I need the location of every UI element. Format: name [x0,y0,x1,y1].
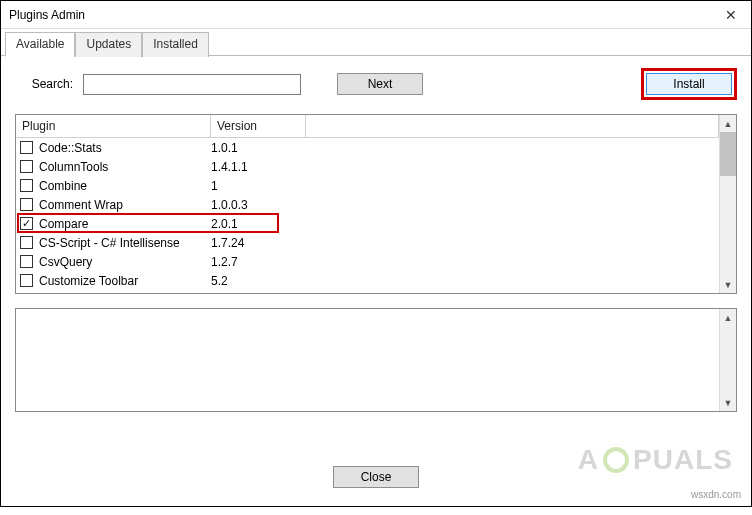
attribution-text: wsxdn.com [691,489,741,500]
plugin-version: 5.2 [211,274,228,288]
install-button[interactable]: Install [646,73,732,95]
plugin-name: Combine [39,179,211,193]
table-row[interactable]: Comment Wrap1.0.0.3 [16,195,719,214]
scroll-thumb[interactable] [720,132,736,176]
tab-available[interactable]: Available [5,32,75,57]
table-row[interactable]: CsvQuery1.2.7 [16,252,719,271]
plugin-name: ColumnTools [39,160,211,174]
col-spacer [306,115,719,138]
plugin-version: 2.0.1 [211,217,238,231]
search-label: Search: [15,77,75,91]
plugin-checkbox[interactable] [20,198,33,211]
close-button[interactable]: Close [333,466,419,488]
table-row[interactable]: CS-Script - C# Intellisense1.7.24 [16,233,719,252]
plugin-name: Code::Stats [39,141,211,155]
plugin-checkbox[interactable] [20,236,33,249]
plugin-name: Customize Toolbar [39,274,211,288]
plugin-checkbox[interactable] [20,160,33,173]
desc-scroll-up-icon[interactable]: ▲ [720,309,736,326]
list-scrollbar[interactable]: ▲ ▼ [719,115,736,293]
plugin-checkbox[interactable] [20,217,33,230]
description-box: ▲ ▼ [15,308,737,412]
plugin-name: CsvQuery [39,255,211,269]
table-row[interactable]: Compare2.0.1 [16,214,719,233]
plugin-checkbox[interactable] [20,274,33,287]
col-version[interactable]: Version [211,115,306,138]
table-row[interactable]: Customize Toolbar5.2 [16,271,719,290]
list-rows: Code::Stats1.0.1ColumnTools1.4.1.1Combin… [16,138,719,290]
plugins-admin-window: Plugins Admin ✕ Available Updates Instal… [0,0,752,507]
footer: Close [1,466,751,488]
close-icon[interactable]: ✕ [711,2,751,28]
scroll-down-icon[interactable]: ▼ [720,276,736,293]
install-highlight: Install [641,68,737,100]
desc-scroll-spacer [720,326,736,394]
scroll-up-icon[interactable]: ▲ [720,115,736,132]
plugin-version: 1.4.1.1 [211,160,248,174]
plugin-version: 1.0.0.3 [211,198,248,212]
plugin-name: Compare [39,217,211,231]
list-header: Plugin Version [16,115,719,138]
col-plugin[interactable]: Plugin [16,115,211,138]
titlebar: Plugins Admin ✕ [1,1,751,29]
window-title: Plugins Admin [9,8,85,22]
plugin-checkbox[interactable] [20,255,33,268]
table-row[interactable]: Code::Stats1.0.1 [16,138,719,157]
search-input[interactable] [83,74,301,95]
plugin-version: 1.0.1 [211,141,238,155]
plugin-checkbox[interactable] [20,141,33,154]
plugin-version: 1.2.7 [211,255,238,269]
tab-installed[interactable]: Installed [142,32,209,57]
plugin-listview: Plugin Version Code::Stats1.0.1ColumnToo… [15,114,737,294]
table-row[interactable]: Combine1 [16,176,719,195]
description-content [16,309,719,411]
search-row: Search: Next Install [15,68,737,100]
description-scrollbar[interactable]: ▲ ▼ [719,309,736,411]
tabstrip: Available Updates Installed [1,29,751,56]
plugin-version: 1 [211,179,218,193]
plugin-name: Comment Wrap [39,198,211,212]
body-area: Search: Next Install Plugin Version Code… [1,56,751,420]
plugin-name: CS-Script - C# Intellisense [39,236,211,250]
tab-updates[interactable]: Updates [75,32,142,57]
plugin-list[interactable]: Plugin Version Code::Stats1.0.1ColumnToo… [16,115,719,293]
scroll-spacer [720,176,736,276]
next-button[interactable]: Next [337,73,423,95]
desc-scroll-down-icon[interactable]: ▼ [720,394,736,411]
table-row[interactable]: ColumnTools1.4.1.1 [16,157,719,176]
plugin-version: 1.7.24 [211,236,244,250]
plugin-checkbox[interactable] [20,179,33,192]
